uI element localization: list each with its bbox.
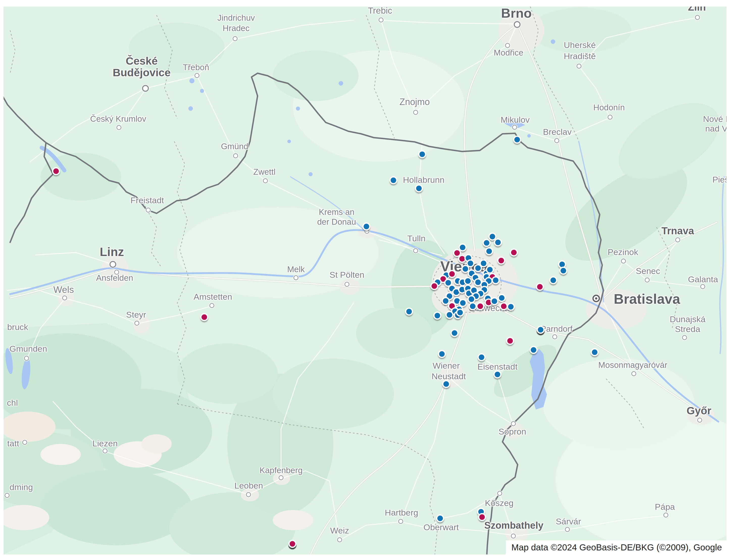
place-label: Uherské	[564, 40, 596, 50]
place-label: Jindrichuv	[217, 13, 255, 23]
town-circle-icon	[608, 115, 613, 120]
marker-red[interactable]	[497, 257, 505, 265]
town-circle-icon	[233, 36, 238, 41]
place-label: Wiener	[433, 361, 460, 371]
marker-red[interactable]	[448, 270, 456, 278]
place-label: Pápa	[655, 502, 675, 512]
marker-red[interactable]	[510, 248, 518, 257]
place-label: Gleisdorf	[334, 554, 368, 555]
place-label: nad Váh	[705, 124, 726, 134]
place-label: Eisenstadt	[477, 362, 518, 372]
marker-red[interactable]	[200, 313, 208, 321]
marker-blue[interactable]	[456, 309, 464, 317]
page: { "map": {"left": 14, "top": 26, "width"…	[0, 0, 730, 560]
marker-blue[interactable]	[591, 348, 599, 356]
marker-blue[interactable]	[445, 311, 454, 319]
marker-blue[interactable]	[389, 176, 397, 184]
marker-blue[interactable]	[418, 150, 426, 158]
town-circle-icon	[413, 110, 418, 115]
town-circle-icon	[565, 527, 570, 532]
town-circle-icon	[497, 491, 502, 496]
marker-blue[interactable]	[469, 302, 477, 310]
place-label: Wels	[53, 285, 74, 295]
place-label: chl	[7, 398, 18, 408]
marker-blue[interactable]	[474, 264, 482, 272]
place-label: Nové Me	[703, 114, 726, 124]
marker-blue[interactable]	[498, 294, 506, 302]
town-circle-icon	[263, 178, 268, 183]
town-circle-icon	[682, 335, 687, 340]
marker-blue[interactable]	[483, 239, 491, 247]
marker-blue[interactable]	[485, 247, 493, 255]
place-label: Hradiště	[564, 51, 596, 61]
marker-blue[interactable]	[415, 184, 423, 192]
town-circle-icon	[695, 15, 700, 20]
place-label: Neustadt	[432, 371, 466, 381]
town-circle-icon	[246, 492, 251, 497]
marker-blue[interactable]	[549, 276, 557, 284]
marker-blue[interactable]	[486, 266, 494, 274]
marker-red[interactable]	[506, 337, 514, 345]
marker-red[interactable]	[478, 513, 486, 521]
town-circle-icon	[700, 284, 705, 289]
place-label: Győr	[687, 405, 711, 417]
map-attribution: Map data ©2024 GeoBasis-DE/BKG (©2009), …	[506, 540, 726, 554]
marker-red[interactable]	[288, 540, 296, 548]
town-circle-icon	[398, 519, 403, 524]
marker-blue[interactable]	[492, 276, 500, 284]
marker-blue[interactable]	[493, 370, 501, 378]
town-circle-icon	[146, 208, 151, 213]
marker-blue[interactable]	[433, 312, 441, 320]
marker-blue[interactable]	[362, 222, 370, 231]
place-label: Parndorf	[541, 324, 573, 334]
marker-blue[interactable]	[559, 267, 567, 275]
town-circle-icon	[142, 85, 149, 92]
marker-blue[interactable]	[490, 297, 498, 305]
place-label: Modřice	[494, 48, 523, 58]
place-label: Hartberg	[385, 508, 418, 518]
marker-red[interactable]	[430, 282, 438, 290]
marker-red[interactable]	[476, 302, 484, 310]
marker-blue[interactable]	[442, 380, 450, 388]
marker-blue[interactable]	[513, 136, 521, 144]
town-circle-icon	[631, 371, 636, 376]
place-label: Sopron	[498, 427, 526, 437]
town-circle-icon	[554, 138, 559, 143]
town-circle-icon	[645, 277, 650, 283]
place-label: Hradec	[223, 23, 249, 33]
place-label: Kőszeg	[485, 498, 513, 508]
place-label: St Pölten	[330, 270, 364, 280]
marker-red[interactable]	[536, 283, 544, 291]
marker-blue[interactable]	[537, 326, 545, 334]
town-circle-icon	[344, 282, 349, 287]
marker-red[interactable]	[52, 167, 60, 175]
town-circle-icon	[134, 321, 139, 326]
town-circle-icon	[675, 237, 680, 242]
marker-blue[interactable]	[530, 346, 538, 354]
place-label: Trnava	[662, 225, 694, 237]
place-label: Weiz	[330, 526, 349, 536]
town-circle-icon	[62, 295, 67, 300]
town-circle-icon	[505, 43, 510, 48]
place-label: Bratislava	[614, 291, 680, 307]
town-circle-icon	[552, 334, 557, 339]
marker-blue[interactable]	[450, 329, 459, 337]
marker-blue[interactable]	[507, 303, 515, 311]
marker-blue[interactable]	[477, 353, 486, 361]
place-label: Krems an	[319, 207, 354, 217]
place-label: Kapfenberg	[260, 466, 303, 475]
marker-blue[interactable]	[494, 238, 502, 246]
place-label: Mosonmagyaróvár	[598, 360, 667, 370]
place-label: Třeboň	[183, 63, 209, 72]
town-circle-icon	[379, 17, 384, 22]
map-canvas[interactable]: Map data ©2024 GeoBasis-DE/BKG (©2009), …	[4, 7, 726, 554]
marker-blue[interactable]	[405, 308, 413, 316]
marker-blue[interactable]	[436, 514, 444, 522]
marker-blue[interactable]	[467, 295, 475, 303]
place-label: Freistadt	[131, 195, 164, 205]
marker-blue[interactable]	[464, 277, 472, 285]
place-label: České	[126, 55, 158, 67]
place-label: Tulln	[407, 234, 425, 243]
marker-blue[interactable]	[438, 350, 446, 358]
place-label: Leoben	[234, 481, 263, 491]
